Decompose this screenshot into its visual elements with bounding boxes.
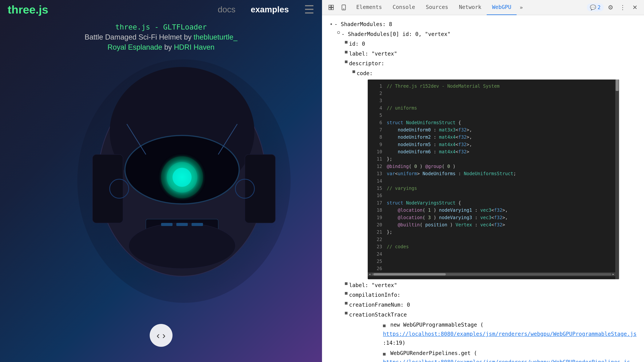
code-line-26: 26 [368,265,619,272]
settings-button[interactable]: ⚙ [605,2,616,13]
helmet-image [70,48,298,314]
code-line-1: 1 // Three.js r152dev - NodeMaterial Sys… [368,82,619,90]
stack-link-0[interactable]: https://localhost:8080/examples/jsm/rend… [383,331,636,337]
info-title-text: three.js - GLTFLoader [115,23,206,31]
label-vertex-item: label: "vertex" [345,49,636,58]
code-scrollbar-x[interactable]: ◀ ▶ [368,272,615,276]
code-line-6: 6 struct NodeUniformsStruct { [368,119,619,126]
code-line-15: 15 // varyings [368,185,619,192]
code-line-5: 5 [368,112,619,119]
code-line-24: 24 [368,251,619,258]
inspect-element-button[interactable] [326,2,336,13]
shader-module0-item: - ShaderModules[0] id: 0, "vertex" [337,30,636,39]
devtools-content[interactable]: • - ShaderModules: 8 - ShaderModules[0] … [322,15,644,362]
svg-point-12 [129,223,235,269]
code-line-10: 10 nodeUniform6 : mat4x4<f32> [368,148,619,155]
hamburger-menu[interactable]: ☰ [304,3,314,16]
id-label: id: 0 [349,39,365,48]
scrollbar-x-thumb [374,273,446,276]
close-devtools-button[interactable]: ✕ [630,2,640,13]
svg-rect-4 [245,154,275,223]
nav-arrows-container: ‹ › [150,324,172,347]
compilation-info-item: compilationInfo: [345,291,636,300]
stack-link-1[interactable]: https://localhost:8080/examples/jsm/rend… [383,359,630,362]
square-bullet-label2 [345,282,348,285]
code-line-2: 2 [368,90,619,97]
shader-modules-item: • - ShaderModules: 8 [330,20,636,29]
info-credit1: Battle Damaged Sci-Fi Helmet by thebluet… [84,33,238,41]
scrollbar-x-track [372,273,612,276]
code-scrollbar-y[interactable] [615,79,619,279]
code-line-4: 4 // uniforms [368,104,619,112]
code-label: code: [357,69,373,78]
svg-rect-21 [331,7,334,10]
code-line-23: 23 // codes [368,243,619,250]
info-overlay: three.js - GLTFLoader Battle Damaged Sci… [84,23,238,51]
stack-fn-1: WebGPURenderPipelines.get [390,350,474,356]
stack-bullet-1 [383,353,386,356]
toolbar-right: 💬 2 ⚙ ⋮ ✕ [587,2,640,13]
docs-link[interactable]: docs [218,5,235,14]
info-credit1-link[interactable]: theblueturtle_ [194,33,238,41]
scroll-right-btn[interactable]: ▶ [612,272,615,276]
info-credit2-by: by [162,43,174,51]
devtools-panel: Elements Console Sources Network WebGPU … [322,0,644,362]
label-vertex-text: label: "vertex" [349,49,397,58]
code-block[interactable]: ▲ ▼ 1 // Three.js r152dev - NodeMaterial… [368,79,619,279]
descriptor-item: descriptor: [345,59,636,68]
tab-elements[interactable]: Elements [351,0,387,15]
circle-bullet-0 [337,31,340,34]
devtools-tabs: Elements Console Sources Network WebGPU … [351,0,585,15]
svg-rect-13 [161,223,172,226]
code-line-21: 21 }; [368,228,619,236]
tab-more-button[interactable]: » [516,4,526,11]
issues-count: 2 [598,4,600,10]
device-mode-button[interactable] [338,2,349,13]
square-bullet-code [352,70,355,73]
more-options-button[interactable]: ⋮ [617,2,628,13]
issues-icon: 💬 [590,4,596,10]
issues-badge[interactable]: 💬 2 [587,3,604,11]
threejs-header: three.js docs examples ☰ [0,0,322,19]
threejs-nav: docs examples [218,5,289,14]
code-line-22: 22 [368,236,619,243]
stack-loc-0: :14:19) [383,340,406,346]
svg-rect-19 [331,5,334,7]
scroll-left-btn[interactable]: ◀ [368,272,372,276]
stack-fn-0: new WebGPUProgrammableStage [390,322,480,328]
descriptor-label: descriptor: [349,59,384,68]
code-line-19: 19 @location( 3 ) nodeVarying3 : vec3<f3… [368,214,619,221]
svg-point-8 [172,168,192,187]
creation-stack-label: creationStackTrace [349,310,407,319]
code-line-18: 18 @location( 1 ) nodeVarying1 : vec3<f3… [368,207,619,214]
nav-arrows-button[interactable]: ‹ › [150,324,172,347]
examples-link[interactable]: examples [250,5,289,14]
info-credit2-link[interactable]: HDRI Haven [174,43,214,51]
code-line-14: 14 [368,177,619,185]
info-credit2: Royal Esplanade by HDRI Haven [84,43,238,51]
square-bullet-id [345,41,348,43]
threejs-viewer: three.js docs examples ☰ three.js - GLTF… [0,0,322,362]
creation-frame-item: creationFrameNum: 0 [345,300,636,310]
shader-module0-label: - ShaderModules[0] id: 0, "vertex" [342,30,450,39]
svg-rect-14 [176,223,188,226]
code-line-13: 13 var<uniform> NodeUniforms : NodeUnifo… [368,170,619,177]
code-line-9: 9 nodeUniform5 : mat4x4<f32>, [368,141,619,148]
creation-frame-label: creationFrameNum: 0 [349,300,410,310]
shader-modules-label: - ShaderModules: 8 [334,20,392,29]
code-line-17: 17 struct NodeVaryingsStruct { [368,199,619,207]
tab-webgpu[interactable]: WebGPU [487,0,516,15]
code-line-25: 25 [368,258,619,265]
code-item: code: [352,69,636,78]
tab-sources[interactable]: Sources [420,0,454,15]
code-line-8: 8 nodeUniform2 : mat4x4<f32>, [368,134,619,141]
code-line-12: 12 @binding( 0 ) @group( 0 ) [368,163,619,170]
tab-network[interactable]: Network [454,0,487,15]
code-line-16: 16 [368,192,619,199]
svg-rect-22 [342,5,346,10]
code-line-11: 11 }; [368,155,619,163]
creation-stack-item: creationStackTrace [345,310,636,319]
code-scrollbar-y-thumb [616,79,619,91]
stack-item-1: WebGPURenderPipelines.get ( https://loca… [383,349,636,362]
tab-console[interactable]: Console [387,0,420,15]
